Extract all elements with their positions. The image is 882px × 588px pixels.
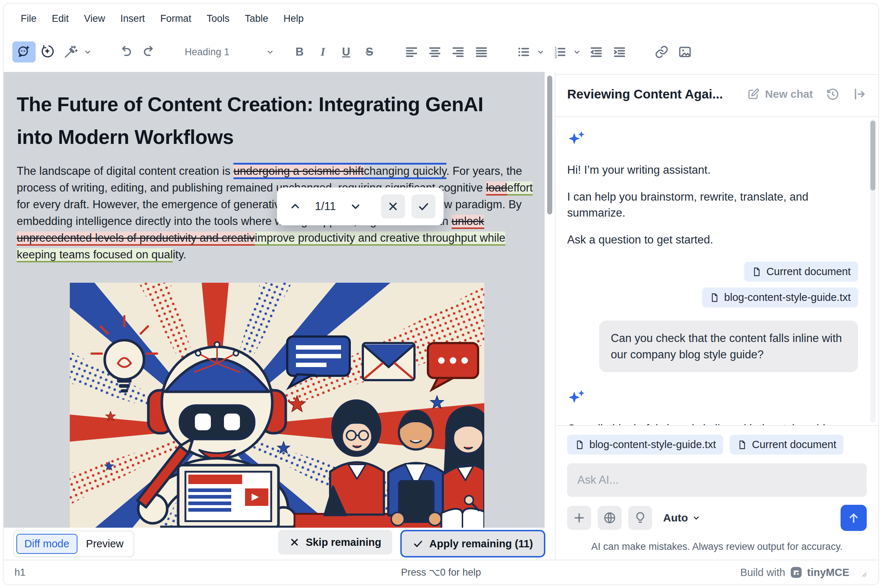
apply-remaining-button[interactable]: Apply remaining (11) — [400, 530, 545, 558]
chat-message-list[interactable]: Hi! I’m your writing assistant. I can he… — [556, 117, 878, 425]
close-sidebar-button[interactable] — [852, 87, 867, 101]
diff-mode-toggle[interactable]: Diff mode — [17, 534, 77, 554]
image-button[interactable] — [673, 41, 697, 63]
new-chat-label: New chat — [765, 88, 813, 100]
document-icon — [709, 292, 720, 303]
resize-handle-icon[interactable] — [856, 567, 867, 578]
suggestions-button[interactable] — [628, 506, 652, 530]
skip-remaining-button[interactable]: Skip remaining — [278, 530, 392, 555]
editor-action-bar: Diff mode Preview Skip remaining Apply r… — [4, 528, 555, 560]
bullet-list-icon — [512, 41, 535, 63]
menu-edit[interactable]: Edit — [44, 10, 77, 27]
tracked-change-selected[interactable]: undergoing a seismic shiftchanging quick… — [233, 163, 446, 179]
attachment-chip-style-guide[interactable]: blog-content-style-guide.txt — [567, 435, 723, 454]
element-path: h1 — [15, 567, 26, 578]
send-button[interactable] — [841, 505, 867, 531]
document-edit-area[interactable]: The Future of Content Creation: Integrat… — [4, 72, 545, 528]
web-search-button[interactable] — [598, 506, 622, 530]
menu-insert[interactable]: Insert — [113, 10, 153, 27]
preview-toggle[interactable]: Preview — [79, 535, 131, 553]
tracked-deletion: undergoing a seismic shift — [233, 165, 364, 177]
strikethrough-button[interactable]: S — [358, 41, 381, 63]
menu-table[interactable]: Table — [237, 10, 276, 27]
paragraph-text: ity. — [173, 248, 186, 261]
chat-scrollbar-thumb[interactable] — [870, 121, 876, 190]
paragraph-text: The landscape of digital content creatio… — [17, 165, 233, 177]
editor-scrollbar[interactable] — [545, 72, 555, 528]
accept-change-button[interactable] — [412, 194, 436, 218]
outdent-button[interactable] — [584, 41, 608, 63]
indent-button[interactable] — [608, 41, 631, 63]
align-center-button[interactable] — [423, 41, 446, 63]
block-format-select[interactable]: Heading 1 — [180, 41, 278, 63]
menu-format[interactable]: Format — [153, 10, 199, 27]
assistant-message: Ask a question to get started. — [567, 232, 858, 248]
tracked-deletion[interactable]: load — [486, 182, 508, 195]
branding[interactable]: Build with tinyMCE — [740, 566, 867, 579]
brand-prefix: Build with — [740, 567, 785, 579]
undo-button[interactable] — [114, 41, 137, 63]
next-change-button[interactable] — [346, 196, 366, 217]
ai-disclaimer: AI can make mistakes. Always review outp… — [567, 541, 867, 552]
toolbar: Heading 1 B I U S 123 — [4, 30, 878, 75]
app-frame: File Edit View Insert Format Tools Table… — [3, 3, 879, 585]
add-attachment-button[interactable] — [567, 506, 591, 530]
numbered-list-icon: 123 — [548, 41, 571, 63]
editor-scrollbar-thumb[interactable] — [547, 76, 552, 214]
chip-label: Current document — [752, 439, 836, 451]
reject-change-button[interactable] — [381, 194, 405, 218]
arrow-up-icon — [846, 511, 861, 525]
underline-button[interactable]: U — [335, 41, 358, 63]
bullet-list-split-button[interactable] — [512, 41, 548, 63]
chevron-down-icon — [572, 47, 582, 57]
envelope-motif — [363, 343, 415, 380]
document-icon — [751, 266, 762, 278]
italic-button[interactable]: I — [311, 41, 335, 63]
new-chat-button[interactable]: New chat — [747, 88, 813, 100]
chevron-down-icon — [83, 47, 92, 57]
ask-ai-input[interactable] — [567, 464, 867, 497]
menu-file[interactable]: File — [13, 10, 44, 27]
ai-shortcuts-button[interactable] — [36, 41, 59, 63]
skip-remaining-label: Skip remaining — [306, 536, 382, 548]
menu-help[interactable]: Help — [276, 10, 312, 27]
ai-tools-split-button[interactable] — [59, 41, 95, 63]
plus-icon — [572, 511, 586, 525]
context-chip-current-document[interactable]: Current document — [744, 262, 858, 282]
attachment-chip-current-document[interactable]: Current document — [730, 435, 843, 454]
align-left-button[interactable] — [400, 41, 423, 63]
laptop-motif — [161, 465, 296, 528]
close-icon — [289, 537, 300, 548]
ai-assistant-button[interactable] — [12, 41, 36, 63]
bold-button[interactable]: B — [288, 41, 311, 63]
model-mode-label: Auto — [663, 512, 688, 524]
model-mode-select[interactable]: Auto — [663, 512, 701, 524]
tracked-insertion: changing quickly — [364, 165, 446, 177]
ai-sparkle-icon — [567, 388, 586, 407]
redo-button[interactable] — [137, 41, 161, 63]
chip-label: blog-content-style-guide.txt — [589, 439, 716, 451]
collapse-panel-icon — [852, 87, 867, 101]
ai-sparkle-circle-icon — [40, 44, 54, 60]
assistant-message: I can help you brainstorm, rewrite, tran… — [567, 189, 858, 221]
previous-change-button[interactable] — [285, 196, 305, 217]
magic-wand-icon — [59, 41, 82, 63]
woman-writing-figure — [441, 407, 484, 528]
history-icon — [825, 87, 840, 101]
brand-name: tinyMCE — [807, 567, 849, 579]
context-chip-style-guide[interactable]: blog-content-style-guide.txt — [702, 288, 858, 308]
menubar: File Edit View Insert Format Tools Table… — [4, 4, 878, 30]
menu-tools[interactable]: Tools — [199, 10, 237, 27]
align-justify-button[interactable] — [470, 41, 493, 63]
diff-navigation-toolbar: 1/11 — [277, 188, 443, 225]
numbered-list-split-button[interactable]: 123 — [548, 41, 584, 63]
chat-history-button[interactable] — [825, 87, 840, 101]
apply-remaining-label: Apply remaining (11) — [429, 538, 533, 550]
menu-view[interactable]: View — [77, 10, 113, 27]
align-right-button[interactable] — [446, 41, 470, 63]
globe-icon — [603, 511, 617, 525]
new-chat-icon — [747, 88, 760, 100]
tracked-insertion[interactable]: effort — [507, 182, 533, 195]
status-bar: h1 Press ⌥0 for help Build with tinyMCE — [4, 560, 878, 584]
link-button[interactable] — [650, 41, 673, 63]
